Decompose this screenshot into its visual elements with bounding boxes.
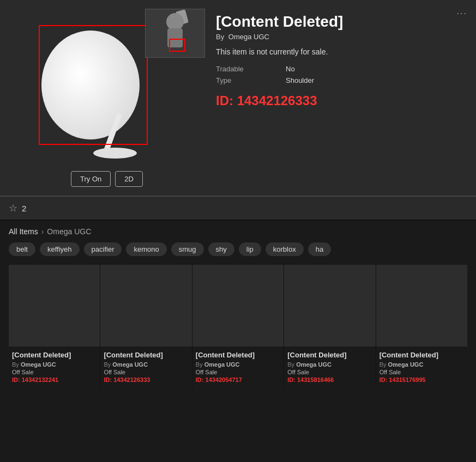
grid-item-info-0: [Content Deleted] By Omega UGC Off Sale … xyxy=(9,346,100,387)
favorites-count: 2 xyxy=(22,204,26,213)
type-value: Shoulder xyxy=(286,76,467,84)
grid-item-id-0: ID: 14342132241 xyxy=(12,376,97,383)
breadcrumb-separator: › xyxy=(41,227,44,236)
tag-lip[interactable]: lip xyxy=(239,242,261,256)
grid-item-title-3: [Content Deleted] xyxy=(287,351,372,360)
thumb-selection-box xyxy=(169,39,185,52)
creator-label: By xyxy=(216,33,224,41)
grid-item-info-4: [Content Deleted] By Omega UGC Off Sale … xyxy=(376,346,467,387)
grid-item-sale-3: Off Sale xyxy=(287,369,372,375)
product-image-area: Try On 2D xyxy=(9,9,205,187)
grid-item-info-2: [Content Deleted] By Omega UGC Off Sale … xyxy=(192,346,284,387)
type-label: Type xyxy=(216,76,281,84)
grid-item-info-3: [Content Deleted] By Omega UGC Off Sale … xyxy=(284,346,375,387)
product-section: Try On 2D [Content Deleted] By Omega UGC… xyxy=(0,0,476,197)
breadcrumb-all-items[interactable]: All Items xyxy=(9,227,38,236)
tag-shy[interactable]: shy xyxy=(208,242,234,256)
product-details: Tradable No Type Shoulder xyxy=(216,65,467,84)
grid-item-sale-2: Off Sale xyxy=(196,369,280,375)
tag-belt[interactable]: belt xyxy=(9,242,35,256)
grid-item-image-1 xyxy=(100,265,191,346)
grid-item-id-4: ID: 14315176995 xyxy=(379,376,464,383)
action-buttons: Try On 2D xyxy=(9,171,205,187)
more-menu-icon[interactable]: ··· xyxy=(457,9,467,19)
tradable-label: Tradable xyxy=(216,65,281,73)
grid-item-creator-1: By Omega UGC xyxy=(104,361,188,368)
grid-item-0[interactable]: [Content Deleted] By Omega UGC Off Sale … xyxy=(9,265,100,387)
product-creator: By Omega UGC xyxy=(216,33,467,41)
tags-row: beltkeffiyehpacifierkemonosmugshylipkorb… xyxy=(9,242,467,256)
grid-item-2[interactable]: [Content Deleted] By Omega UGC Off Sale … xyxy=(192,265,284,387)
grid-item-image-2 xyxy=(192,265,284,346)
thumbnail-inset xyxy=(145,9,205,58)
breadcrumb-sub[interactable]: Omega UGC xyxy=(47,227,91,236)
tradable-value: No xyxy=(286,65,467,73)
grid-item-creator-4: By Omega UGC xyxy=(379,361,464,368)
tag-smug[interactable]: smug xyxy=(171,242,204,256)
item-base xyxy=(93,148,137,159)
grid-item-id-3: ID: 14315816466 xyxy=(287,376,372,383)
grid-item-title-0: [Content Deleted] xyxy=(12,351,97,360)
grid-item-title-2: [Content Deleted] xyxy=(196,351,280,360)
item-shape xyxy=(41,31,140,139)
tag-pacifier[interactable]: pacifier xyxy=(84,242,122,256)
star-icon[interactable]: ☆ xyxy=(9,202,17,214)
grid-item-id-2: ID: 14342054717 xyxy=(196,376,280,383)
creator-name[interactable]: Omega UGC xyxy=(228,33,269,41)
grid-item-info-1: [Content Deleted] By Omega UGC Off Sale … xyxy=(100,346,191,387)
browse-section: All Items › Omega UGC beltkeffiyehpacifi… xyxy=(0,221,476,387)
try-on-button[interactable]: Try On xyxy=(71,171,111,187)
grid-item-title-4: [Content Deleted] xyxy=(379,351,464,360)
grid-item-image-3 xyxy=(284,265,375,346)
grid-item-creator-3: By Omega UGC xyxy=(287,361,372,368)
tag-kemono[interactable]: kemono xyxy=(126,242,166,256)
grid-item-id-1: ID: 14342126333 xyxy=(104,376,188,383)
grid-item-3[interactable]: [Content Deleted] By Omega UGC Off Sale … xyxy=(284,265,376,387)
product-title: [Content Deleted] xyxy=(216,13,467,31)
grid-item-sale-0: Off Sale xyxy=(12,369,97,375)
items-grid: [Content Deleted] By Omega UGC Off Sale … xyxy=(9,265,467,387)
not-for-sale: This item is not currently for sale. xyxy=(216,47,467,56)
product-info: [Content Deleted] By Omega UGC This item… xyxy=(216,9,467,187)
product-id: ID: 14342126333 xyxy=(216,93,467,108)
grid-item-image-4 xyxy=(376,265,467,346)
favorites-bar: ☆ 2 xyxy=(0,197,476,221)
tag-korblox[interactable]: korblox xyxy=(266,242,304,256)
grid-item-creator-2: By Omega UGC xyxy=(196,361,280,368)
grid-item-sale-1: Off Sale xyxy=(104,369,188,375)
grid-item-4[interactable]: [Content Deleted] By Omega UGC Off Sale … xyxy=(376,265,467,387)
two-d-button[interactable]: 2D xyxy=(115,171,143,187)
grid-item-sale-4: Off Sale xyxy=(379,369,464,375)
grid-item-title-1: [Content Deleted] xyxy=(104,351,188,360)
tag-ha[interactable]: ha xyxy=(308,242,331,256)
grid-item-1[interactable]: [Content Deleted] By Omega UGC Off Sale … xyxy=(100,265,192,387)
breadcrumb: All Items › Omega UGC xyxy=(9,227,467,236)
tag-keffiyeh[interactable]: keffiyeh xyxy=(40,242,80,256)
grid-item-creator-0: By Omega UGC xyxy=(12,361,97,368)
grid-item-image-0 xyxy=(9,265,100,346)
